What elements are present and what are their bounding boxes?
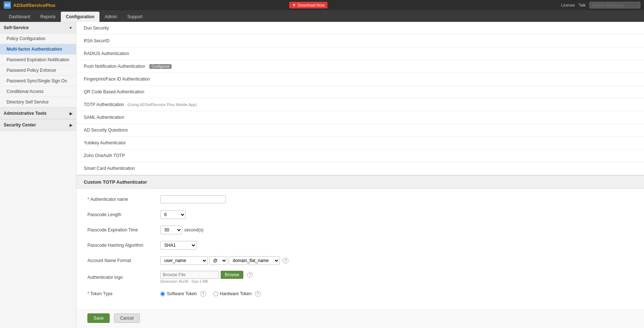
passcode-hashing-row: Passcode Hashing Algorithm SHA1 SHA256 S… xyxy=(87,240,633,250)
account-name-format-label: Account Name Format xyxy=(87,258,160,263)
app-logo-text: ADSelfServicePlus xyxy=(13,3,55,8)
hardware-token-help-icon[interactable]: ? xyxy=(255,291,261,297)
totp-suffix: (Using ADSelfService Plus Mobile App) xyxy=(127,102,197,107)
dimension-hint: Dimension 45x45 · Size 2 MB xyxy=(160,280,253,284)
sidebar-item-mfa[interactable]: Multi-factor Authentication xyxy=(0,44,76,55)
auth-item-qr[interactable]: QR Code Based Authentication xyxy=(76,86,644,98)
account-name-help-icon[interactable]: ? xyxy=(283,258,288,263)
token-type-label: *Token Type xyxy=(87,291,160,296)
logo-area: AD ADSelfServicePlus xyxy=(4,1,55,9)
browse-controls: Browse ? xyxy=(160,271,253,279)
authenticator-name-label: *Authenticator name xyxy=(87,197,160,202)
authenticator-logo-label: Authenticator logo xyxy=(87,275,160,280)
form-buttons: Save Cancel xyxy=(76,309,644,327)
logo-help-icon[interactable]: ? xyxy=(247,272,253,278)
auth-item-saml[interactable]: SAML Authentication xyxy=(76,111,644,124)
talk-link[interactable]: Talk xyxy=(578,3,586,7)
passcode-length-label: Passcode Length xyxy=(87,212,160,217)
software-token-radio[interactable] xyxy=(160,292,165,296)
authenticator-name-row: *Authenticator name xyxy=(87,194,633,204)
top-bar: AD ADSelfServicePlus ▼ Download Now Lice… xyxy=(0,0,644,10)
sidebar-item-password-expiry[interactable]: Password Expiration Notification xyxy=(0,55,76,65)
cancel-button[interactable]: Cancel xyxy=(114,313,140,323)
self-service-header[interactable]: Self-Service ▼ xyxy=(0,22,76,34)
account-name-format-row: Account Name Format user_name email @ _ … xyxy=(87,255,633,266)
hardware-token-radio[interactable] xyxy=(213,292,218,296)
logo-browse-area: Browse ? Dimension 45x45 · Size 2 MB xyxy=(160,271,253,284)
tab-configuration[interactable]: Configuration xyxy=(61,12,100,22)
license-link[interactable]: License xyxy=(561,3,575,7)
token-type-row: *Token Type Software Token ? Hardware To… xyxy=(87,289,633,299)
app-icon: AD xyxy=(4,1,11,9)
passcode-expiration-row: Passcode Expiration Time 30 60 90 second… xyxy=(87,225,633,235)
passcode-expiration-label: Passcode Expiration Time xyxy=(87,227,160,233)
auth-item-duo[interactable]: Duo Security xyxy=(76,22,644,35)
sidebar-item-conditional-access[interactable]: Conditional Access xyxy=(0,86,76,97)
hardware-token-label[interactable]: Hardware Token ? xyxy=(213,291,261,297)
search-input[interactable] xyxy=(589,2,640,8)
passcode-length-row: Passcode Length 6 7 8 xyxy=(87,210,633,220)
browse-file-input[interactable] xyxy=(160,271,219,279)
browse-button[interactable]: Browse xyxy=(221,271,243,279)
token-type-radios: Software Token ? Hardware Token ? xyxy=(160,291,261,297)
sidebar-item-password-policy[interactable]: Password Policy Enforcer xyxy=(0,65,76,76)
passcode-length-select[interactable]: 6 7 8 xyxy=(160,210,186,219)
auth-item-zoho-totp[interactable]: Zoho OneAuth TOTP xyxy=(76,149,644,162)
self-service-chevron: ▼ xyxy=(69,26,72,30)
account-user-select[interactable]: user_name email xyxy=(160,256,208,265)
tab-reports[interactable]: Reports xyxy=(35,12,61,22)
software-token-label[interactable]: Software Token ? xyxy=(160,291,206,297)
authenticator-name-input[interactable] xyxy=(160,195,226,203)
save-button[interactable]: Save xyxy=(87,313,110,323)
sidebar: Self-Service ▼ Policy Configuration Mult… xyxy=(0,22,76,328)
security-center-header[interactable]: Security Center ▶ xyxy=(0,119,76,131)
auth-item-yubikey[interactable]: Yubikey Authenticator xyxy=(76,137,644,149)
custom-totp-section: Custom TOTP Authenticator *Authenticator… xyxy=(76,175,644,328)
account-format-controls: user_name email @ _ - . domain_flat_name… xyxy=(160,256,288,265)
account-separator-select[interactable]: @ _ - . xyxy=(209,256,227,265)
passcode-expiration-select[interactable]: 30 60 90 xyxy=(160,226,182,234)
content-area: Duo Security RSA SecurID RADIUS Authenti… xyxy=(76,22,644,328)
expiration-unit: second(s) xyxy=(184,227,204,233)
note-section: Note Before saving the configuration, pl… xyxy=(76,327,644,328)
account-domain-select[interactable]: domain_flat_name domain_dns_name xyxy=(229,256,280,265)
custom-totp-header: Custom TOTP Authenticator xyxy=(76,176,644,189)
top-right-area: License Talk xyxy=(561,2,640,8)
configured-badge: Configured xyxy=(149,64,172,69)
admin-tools-chevron: ▶ xyxy=(70,112,72,116)
download-button[interactable]: ▼ Download Now xyxy=(289,2,327,8)
security-center-chevron: ▶ xyxy=(70,123,72,127)
sidebar-item-directory-self-service[interactable]: Directory Self Service xyxy=(0,97,76,108)
auth-item-smart-card[interactable]: Smart Card Authentication xyxy=(76,162,644,175)
auth-item-radius[interactable]: RADIUS Authentication xyxy=(76,47,644,60)
admin-tools-header[interactable]: Administrative Tools ▶ xyxy=(0,108,76,119)
custom-totp-form: *Authenticator name Passcode Length 6 7 … xyxy=(76,189,644,309)
auth-item-ad-security[interactable]: AD Security Questions xyxy=(76,124,644,137)
tab-dashboard[interactable]: Dashboard xyxy=(4,12,35,22)
auth-item-fingerprint[interactable]: Fingerprint/Face ID Authentication xyxy=(76,73,644,86)
tab-admin[interactable]: Admin xyxy=(99,12,122,22)
main-layout: Self-Service ▼ Policy Configuration Mult… xyxy=(0,22,644,328)
nav-tabs: Dashboard Reports Configuration Admin Su… xyxy=(0,10,644,22)
sidebar-item-password-sync[interactable]: Password Sync/Single Sign On xyxy=(0,76,76,86)
sidebar-item-policy-config[interactable]: Policy Configuration xyxy=(0,34,76,44)
auth-item-rsa[interactable]: RSA SecurID xyxy=(76,35,644,47)
tab-support[interactable]: Support xyxy=(122,12,148,22)
auth-item-totp[interactable]: TOTP Authentication (Using ADSelfService… xyxy=(76,98,644,111)
passcode-hashing-label: Passcode Hashing Algorithm xyxy=(87,243,160,248)
software-token-help-icon[interactable]: ? xyxy=(200,291,206,297)
authenticator-logo-row: Authenticator logo Browse ? Dimension 45… xyxy=(87,271,633,284)
passcode-hashing-select[interactable]: SHA1 SHA256 SHA512 xyxy=(160,241,197,250)
auth-item-push[interactable]: Push Notification Authentication Configu… xyxy=(76,60,644,73)
